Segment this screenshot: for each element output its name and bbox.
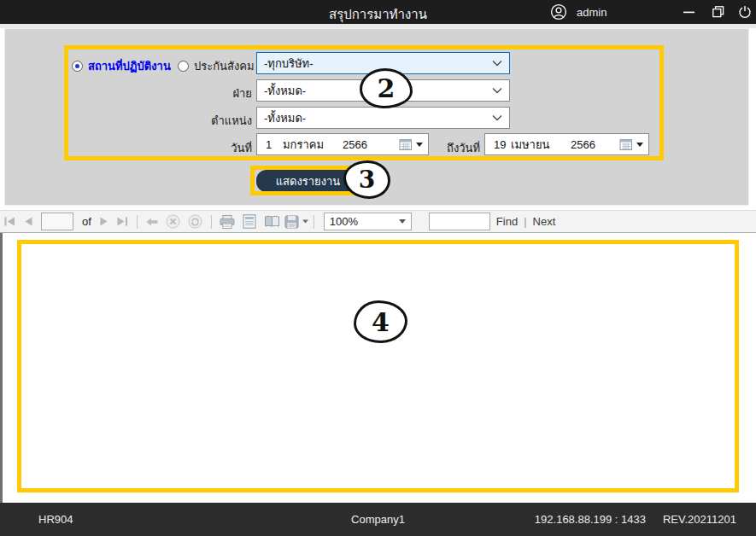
date-to-label: ถึงวันที่ — [410, 139, 480, 157]
toolbar-separator — [211, 215, 212, 229]
position-label: ตำแหน่ง — [137, 112, 252, 130]
workplace-radio[interactable] — [72, 61, 83, 72]
user-icon — [550, 3, 567, 20]
export-button[interactable] — [284, 210, 309, 233]
print-layout-icon — [243, 214, 256, 229]
minimize-icon — [683, 11, 694, 14]
refresh-button[interactable] — [185, 210, 207, 233]
zoom-dropdown-arrow — [399, 219, 406, 224]
refresh-icon — [188, 214, 202, 229]
workplace-radio-label: สถานที่ปฏิบัติงาน — [88, 57, 171, 75]
power-button[interactable] — [735, 0, 754, 24]
date-to-year: 2566 — [571, 138, 615, 151]
find-link[interactable]: Find — [496, 215, 518, 228]
revision-label: REV.20211201 — [663, 513, 736, 526]
stop-rendering-button[interactable] — [162, 210, 185, 233]
date-from-day: 1 — [262, 138, 283, 151]
department-select-value: -ทั้งหมด- — [264, 82, 306, 100]
page-number-input[interactable] — [41, 213, 73, 230]
print-layout-button[interactable] — [238, 210, 261, 233]
print-icon — [220, 215, 235, 229]
toolbar-separator — [314, 215, 314, 229]
calendar-dropdown-arrow — [636, 143, 643, 147]
restore-button[interactable] — [709, 0, 728, 24]
social-radio-group: ประกันสังคม — [178, 57, 255, 75]
status-bar: HR904 Company1 192.168.88.199 : 1433 REV… — [0, 503, 756, 536]
restore-icon — [712, 6, 724, 18]
date-to-picker[interactable]: 19 เมษายน 2566 — [484, 133, 649, 155]
date-from-year: 2566 — [343, 138, 387, 151]
page-of-label: of — [82, 215, 91, 228]
date-to-month: เมษายน — [511, 136, 571, 154]
social-security-radio-label: ประกันสังคม — [194, 57, 255, 75]
first-page-icon — [4, 217, 15, 226]
toolbar-separator — [137, 215, 138, 229]
export-dropdown-arrow — [302, 219, 308, 224]
workplace-radio-group: สถานที่ปฏิบัติงาน — [72, 57, 171, 75]
date-from-label: วันที่ — [137, 139, 252, 157]
last-page-button[interactable] — [114, 210, 132, 233]
zoom-value: 100% — [330, 215, 358, 228]
stop-icon — [166, 214, 180, 229]
user-menu[interactable]: admin — [550, 0, 607, 24]
report-toolbar: of 100% Find | Next — [0, 210, 756, 233]
print-button[interactable] — [216, 210, 238, 233]
window-title: สรุปการมาทำงาน — [0, 4, 756, 25]
company-select-value: -ทุกบริษัท- — [264, 55, 313, 73]
next-page-icon — [100, 217, 108, 226]
minimize-button[interactable] — [679, 0, 698, 24]
power-icon — [738, 5, 752, 19]
page-setup-icon — [264, 215, 280, 228]
department-select[interactable]: -ทั้งหมด- — [256, 79, 510, 102]
date-to-day: 19 — [490, 138, 511, 151]
zoom-select[interactable]: 100% — [324, 213, 412, 230]
first-page-button[interactable] — [0, 210, 19, 233]
next-page-button[interactable] — [95, 210, 114, 233]
export-icon — [284, 215, 299, 229]
show-report-button[interactable]: แสดงรายงาน — [256, 170, 360, 192]
position-select[interactable]: -ทั้งหมด- — [256, 107, 510, 129]
report-viewport[interactable] — [0, 233, 756, 504]
social-security-radio[interactable] — [178, 61, 189, 72]
chevron-down-icon — [492, 87, 502, 94]
previous-page-icon — [25, 217, 32, 226]
back-arrow-icon — [146, 218, 158, 226]
last-page-icon — [117, 217, 128, 226]
find-next-separator: | — [524, 215, 526, 228]
department-label: ฝ่าย — [137, 84, 252, 102]
date-from-month: มกราคม — [283, 136, 343, 154]
company-select[interactable]: -ทุกบริษัท- — [256, 52, 510, 74]
server-address: 192.168.88.199 : 1433 — [535, 513, 646, 526]
date-from-picker[interactable]: 1 มกราคม 2566 — [256, 133, 429, 155]
position-select-value: -ทั้งหมด- — [264, 109, 306, 127]
chevron-down-icon — [492, 114, 502, 121]
find-text-input[interactable] — [429, 213, 490, 230]
user-name: admin — [577, 6, 607, 19]
title-bar: สรุปการมาทำงาน admin — [0, 0, 756, 24]
chevron-down-icon — [492, 60, 502, 67]
page-setup-button[interactable] — [261, 210, 284, 233]
back-to-parent-button[interactable] — [142, 210, 162, 233]
next-link[interactable]: Next — [533, 215, 556, 228]
calendar-icon — [619, 138, 633, 151]
previous-page-button[interactable] — [19, 210, 38, 233]
